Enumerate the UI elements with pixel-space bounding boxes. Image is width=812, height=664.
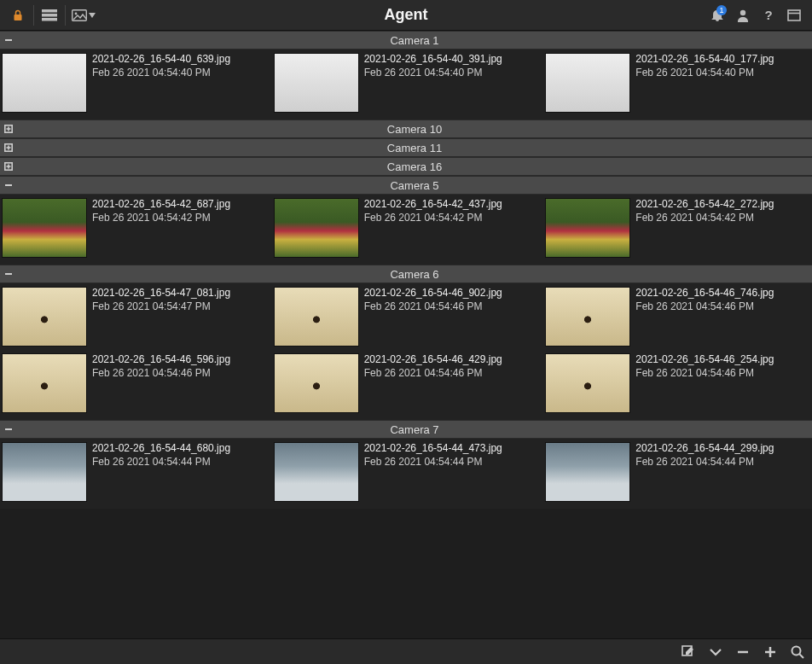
thumbnail-filename: 2021-02-26_16-54-46_429.jpg	[364, 353, 502, 367]
thumbnail-item[interactable]: 2021-02-26_16-54-46_254.jpgFeb 26 2021 0…	[545, 353, 810, 413]
image-view-dropdown[interactable]	[68, 3, 99, 27]
thumbnail-item[interactable]: 2021-02-26_16-54-40_177.jpgFeb 26 2021 0…	[545, 53, 810, 113]
thumbnail-meta: 2021-02-26_16-54-47_081.jpgFeb 26 2021 0…	[92, 287, 230, 313]
thumbnail-image	[545, 198, 630, 258]
thumbnail-filename: 2021-02-26_16-54-40_177.jpg	[635, 53, 774, 67]
thumbnail-filename: 2021-02-26_16-54-46_902.jpg	[364, 287, 502, 300]
thumbnail-filename: 2021-02-26_16-54-46_254.jpg	[635, 353, 774, 367]
expand-icon	[0, 120, 17, 137]
thumbnail-filename: 2021-02-26_16-54-44_299.jpg	[635, 442, 774, 456]
thumbnail-image	[274, 442, 359, 502]
thumbnail-filename: 2021-02-26_16-54-40_391.jpg	[364, 53, 502, 67]
thumbnail-item[interactable]: 2021-02-26_16-54-46_746.jpgFeb 26 2021 0…	[545, 287, 810, 347]
chevron-down-icon[interactable]	[708, 644, 723, 660]
thumbnail-grid: 2021-02-26_16-54-42_687.jpgFeb 26 2021 0…	[0, 195, 812, 265]
thumbnail-datetime: Feb 26 2021 04:54:42 PM	[92, 212, 230, 225]
window-layout-button[interactable]	[781, 3, 807, 27]
camera-group-header[interactable]: Camera 1	[0, 31, 812, 50]
search-button[interactable]	[790, 644, 805, 660]
thumbnail-item[interactable]: 2021-02-26_16-54-46_429.jpgFeb 26 2021 0…	[274, 353, 539, 413]
thumbnail-meta: 2021-02-26_16-54-42_272.jpgFeb 26 2021 0…	[635, 198, 774, 224]
camera-group-title: Camera 16	[17, 160, 812, 173]
account-button[interactable]	[730, 3, 756, 27]
svg-point-27	[792, 646, 801, 655]
thumbnail-meta: 2021-02-26_16-54-44_473.jpgFeb 26 2021 0…	[364, 442, 502, 469]
notification-badge: 1	[716, 5, 727, 15]
lock-icon[interactable]	[5, 3, 31, 27]
camera-group-header[interactable]: Camera 7	[0, 420, 812, 439]
svg-line-28	[800, 654, 804, 658]
thumbnail-image	[545, 287, 630, 347]
thumbnail-datetime: Feb 26 2021 04:54:47 PM	[92, 300, 230, 314]
thumbnail-datetime: Feb 26 2021 04:54:46 PM	[364, 300, 502, 314]
thumbnail-filename: 2021-02-26_16-54-46_596.jpg	[92, 353, 230, 367]
thumbnail-item[interactable]: 2021-02-26_16-54-42_437.jpgFeb 26 2021 0…	[274, 198, 539, 258]
zoom-out-button[interactable]	[735, 644, 751, 660]
camera-group-title: Camera 11	[17, 142, 812, 154]
thumbnail-meta: 2021-02-26_16-54-44_299.jpgFeb 26 2021 0…	[635, 442, 774, 469]
camera-group-header[interactable]: Camera 16	[0, 157, 812, 176]
thumbnail-image	[274, 198, 359, 258]
camera-group-header[interactable]: Camera 5	[0, 176, 812, 195]
thumbnail-item[interactable]: 2021-02-26_16-54-46_596.jpgFeb 26 2021 0…	[2, 353, 267, 413]
thumbnail-filename: 2021-02-26_16-54-42_687.jpg	[92, 198, 230, 212]
thumbnail-item[interactable]: 2021-02-26_16-54-46_902.jpgFeb 26 2021 0…	[274, 287, 539, 347]
thumbnail-filename: 2021-02-26_16-54-46_746.jpg	[635, 287, 774, 300]
thumbnail-image	[545, 53, 630, 113]
thumbnail-item[interactable]: 2021-02-26_16-54-44_680.jpgFeb 26 2021 0…	[2, 442, 267, 502]
svg-point-5	[75, 12, 78, 15]
collapse-icon	[0, 32, 17, 49]
thumbnail-item[interactable]: 2021-02-26_16-54-42_272.jpgFeb 26 2021 0…	[545, 198, 810, 258]
camera-group-header[interactable]: Camera 11	[0, 138, 812, 157]
thumbnail-filename: 2021-02-26_16-54-47_081.jpg	[92, 287, 230, 300]
thumbnail-item[interactable]: 2021-02-26_16-54-40_639.jpgFeb 26 2021 0…	[2, 53, 267, 113]
caret-down-icon	[89, 13, 96, 18]
thumbnail-meta: 2021-02-26_16-54-42_687.jpgFeb 26 2021 0…	[92, 198, 230, 224]
thumbnail-meta: 2021-02-26_16-54-40_391.jpgFeb 26 2021 0…	[364, 53, 502, 79]
camera-group-header[interactable]: Camera 10	[0, 119, 812, 138]
content-scroll-area[interactable]: Camera 12021-02-26_16-54-40_639.jpgFeb 2…	[0, 31, 812, 638]
thumbnail-item[interactable]: 2021-02-26_16-54-44_473.jpgFeb 26 2021 0…	[274, 442, 539, 502]
thumbnail-datetime: Feb 26 2021 04:54:42 PM	[364, 212, 502, 225]
bottom-toolbar	[0, 638, 812, 664]
svg-rect-1	[42, 9, 57, 13]
thumbnail-item[interactable]: 2021-02-26_16-54-40_391.jpgFeb 26 2021 0…	[274, 53, 539, 113]
thumbnail-meta: 2021-02-26_16-54-46_429.jpgFeb 26 2021 0…	[364, 353, 502, 380]
thumbnail-meta: 2021-02-26_16-54-46_596.jpgFeb 26 2021 0…	[92, 353, 230, 380]
help-button[interactable]: ?	[756, 3, 781, 27]
camera-group-title: Camera 6	[17, 268, 812, 281]
thumbnail-item[interactable]: 2021-02-26_16-54-44_299.jpgFeb 26 2021 0…	[545, 442, 810, 502]
thumbnail-image	[274, 287, 359, 347]
thumbnail-item[interactable]: 2021-02-26_16-54-47_081.jpgFeb 26 2021 0…	[2, 287, 267, 347]
thumbnail-image	[274, 353, 359, 413]
notifications-button[interactable]: 1	[705, 3, 730, 27]
thumbnail-image	[2, 53, 87, 113]
camera-group-title: Camera 1	[17, 34, 812, 47]
zoom-in-button[interactable]	[763, 644, 778, 660]
expand-icon	[0, 139, 17, 156]
edit-button[interactable]	[681, 644, 696, 660]
toolbar-separator	[33, 5, 34, 26]
thumbnail-image	[545, 353, 630, 413]
thumbnail-meta: 2021-02-26_16-54-46_254.jpgFeb 26 2021 0…	[635, 353, 774, 380]
thumbnail-filename: 2021-02-26_16-54-42_272.jpg	[635, 198, 774, 212]
expand-icon	[0, 158, 17, 175]
camera-group-title: Camera 5	[17, 179, 812, 192]
server-list-button[interactable]	[37, 3, 62, 27]
thumbnail-datetime: Feb 26 2021 04:54:40 PM	[364, 67, 502, 80]
collapse-icon	[0, 265, 17, 282]
top-toolbar: Agent 1 ?	[0, 0, 812, 31]
app-root: Agent 1 ? Camera 12021-02-26_	[0, 0, 812, 664]
thumbnail-meta: 2021-02-26_16-54-42_437.jpgFeb 26 2021 0…	[364, 198, 502, 224]
thumbnail-filename: 2021-02-26_16-54-44_680.jpg	[92, 442, 230, 456]
collapse-icon	[0, 421, 17, 438]
svg-rect-2	[42, 14, 57, 17]
thumbnail-datetime: Feb 26 2021 04:54:46 PM	[92, 367, 230, 381]
svg-rect-8	[788, 10, 800, 20]
camera-group-header[interactable]: Camera 6	[0, 265, 812, 283]
camera-group-title: Camera 7	[17, 423, 812, 436]
thumbnail-item[interactable]: 2021-02-26_16-54-42_687.jpgFeb 26 2021 0…	[2, 198, 267, 258]
thumbnail-datetime: Feb 26 2021 04:54:44 PM	[635, 456, 774, 469]
app-title: Agent	[0, 6, 812, 24]
svg-rect-3	[42, 18, 57, 21]
